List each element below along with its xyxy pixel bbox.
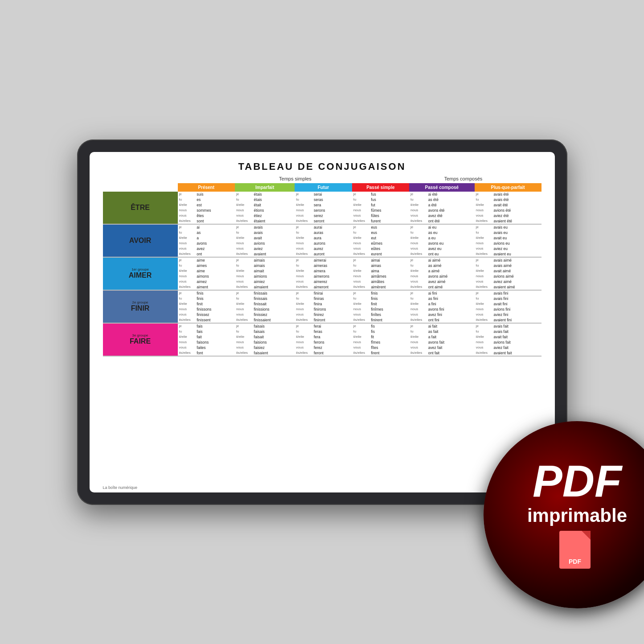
subject-cell: ils/elles bbox=[178, 317, 196, 323]
header-passe-simple: Passé simple bbox=[352, 183, 409, 192]
form-cell: avez fait bbox=[427, 345, 475, 350]
form-cell: furent bbox=[369, 218, 409, 224]
form-cell: eus bbox=[369, 224, 409, 230]
subject-cell: tu bbox=[475, 230, 492, 235]
subject-cell: nous bbox=[409, 274, 427, 279]
subject-cell: vous bbox=[352, 312, 370, 317]
subject-cell: il/elle bbox=[475, 268, 492, 274]
form-cell: fûmes bbox=[369, 208, 409, 213]
subject-cell: nous bbox=[475, 274, 492, 279]
subject-cell: vous bbox=[475, 213, 492, 218]
form-cell: aura bbox=[312, 235, 352, 241]
subject-cell: vous bbox=[475, 345, 492, 350]
subject-cell: il/elle bbox=[475, 334, 492, 340]
subject-cell: vous bbox=[352, 246, 370, 251]
subject-cell: nous bbox=[409, 307, 427, 312]
subject-cell: il/elle bbox=[178, 334, 196, 340]
subject-cell: nous bbox=[295, 274, 312, 279]
subject-cell: ils/elles bbox=[235, 218, 253, 224]
form-cell: avais fait bbox=[492, 329, 541, 334]
form-cell: avait bbox=[253, 235, 295, 241]
form-cell: finis bbox=[195, 290, 235, 296]
form-cell: feront bbox=[312, 350, 352, 356]
subject-cell: vous bbox=[295, 312, 312, 317]
subject-cell: nous bbox=[475, 340, 492, 345]
subject-cell: nous bbox=[352, 208, 370, 213]
subject-cell: je bbox=[178, 224, 196, 230]
subject-cell: il/elle bbox=[475, 202, 492, 208]
pdf-icon: PDF bbox=[559, 531, 595, 571]
form-cell: faisaient bbox=[253, 350, 295, 356]
form-cell: a eu bbox=[427, 235, 475, 241]
subject-cell: vous bbox=[235, 279, 253, 284]
header-imparfait: Imparfait bbox=[235, 183, 295, 192]
form-cell: avais eu bbox=[492, 224, 541, 230]
form-cell: aviez été bbox=[492, 213, 541, 218]
subject-cell: il/elle bbox=[235, 334, 253, 340]
pdf-icon-area: PDF bbox=[559, 531, 595, 571]
subject-cell: tu bbox=[235, 296, 253, 301]
form-cell: aiment bbox=[195, 284, 235, 290]
subject-cell: tu bbox=[409, 197, 427, 202]
form-cell: avaient aimé bbox=[492, 284, 541, 290]
subject-cell: je bbox=[352, 290, 370, 296]
form-cell: fis bbox=[369, 323, 409, 329]
header-plus-que-parfait: Plus-que-parfait bbox=[475, 183, 541, 192]
form-cell: ont fini bbox=[427, 317, 475, 323]
form-cell: avait fait bbox=[492, 334, 541, 340]
subject-cell: ils/elles bbox=[352, 251, 370, 257]
form-cell: avez été bbox=[427, 213, 475, 218]
subject-cell: il/elle bbox=[352, 235, 370, 241]
subject-cell: ils/elles bbox=[409, 284, 427, 290]
subject-cell: tu bbox=[178, 230, 196, 235]
subject-cell: tu bbox=[352, 263, 370, 268]
form-cell: avais aimé bbox=[492, 263, 541, 268]
form-cell: fîtes bbox=[369, 345, 409, 350]
form-cell: es bbox=[195, 197, 235, 202]
form-cell: fûtes bbox=[369, 213, 409, 218]
form-cell: aviez eu bbox=[492, 246, 541, 251]
subject-cell: ils/elles bbox=[352, 284, 370, 290]
form-cell: ai bbox=[195, 224, 235, 230]
form-cell: avions eu bbox=[492, 241, 541, 246]
tablet-screen: TABLEAU DE CONJUGAISON Temps simples Tem… bbox=[90, 152, 555, 492]
form-cell: aimeras bbox=[312, 263, 352, 268]
header-empty bbox=[103, 183, 178, 192]
subject-cell: tu bbox=[235, 263, 253, 268]
form-cell: finissais bbox=[253, 290, 295, 296]
form-cell: eus bbox=[369, 230, 409, 235]
form-cell: faites bbox=[195, 345, 235, 350]
form-cell: aimâmes bbox=[369, 274, 409, 279]
subject-cell: je bbox=[475, 257, 492, 263]
form-cell: eut bbox=[369, 235, 409, 241]
subject-cell: tu bbox=[352, 296, 370, 301]
form-cell: sommes bbox=[195, 208, 235, 213]
subject-cell: nous bbox=[235, 241, 253, 246]
subject-cell: vous bbox=[475, 312, 492, 317]
pdf-icon-text: PDF bbox=[559, 558, 591, 565]
form-cell: ont eu bbox=[427, 251, 475, 257]
subject-cell: tu bbox=[235, 197, 253, 202]
subject-cell: tu bbox=[475, 296, 492, 301]
form-cell: finissent bbox=[195, 317, 235, 323]
form-cell: aurons bbox=[312, 241, 352, 246]
subject-cell: tu bbox=[409, 230, 427, 235]
form-cell: aimerez bbox=[312, 279, 352, 284]
subject-cell: tu bbox=[295, 263, 312, 268]
form-cell: fais bbox=[195, 323, 235, 329]
form-cell: aimerai bbox=[312, 257, 352, 263]
form-cell: ont aimé bbox=[427, 284, 475, 290]
subject-cell: il/elle bbox=[295, 301, 312, 307]
form-cell: étiez bbox=[253, 213, 295, 218]
form-cell: fait bbox=[195, 334, 235, 340]
form-cell: a fait bbox=[427, 334, 475, 340]
form-cell: serez bbox=[312, 213, 352, 218]
verb-cell-etre: ÊTRE bbox=[103, 192, 178, 224]
form-cell: aimai bbox=[369, 257, 409, 263]
subject-cell: vous bbox=[295, 246, 312, 251]
form-cell: aimait bbox=[253, 268, 295, 274]
form-cell: avais eu bbox=[492, 230, 541, 235]
subject-cell: nous bbox=[409, 208, 427, 213]
subject-cell: nous bbox=[295, 241, 312, 246]
form-cell: fus bbox=[369, 192, 409, 197]
